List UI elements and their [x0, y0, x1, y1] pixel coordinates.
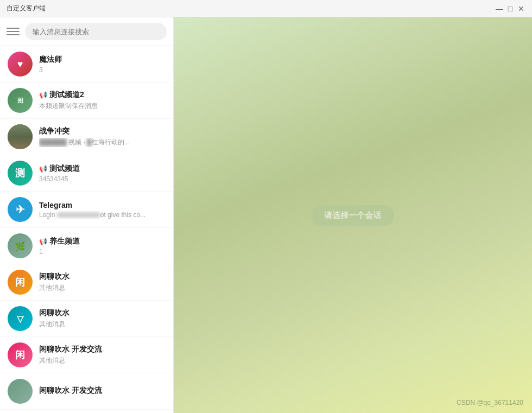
sidebar-header — [0, 17, 173, 46]
chat-name-text: 测试频道2 — [49, 90, 84, 100]
chat-info: 📢测试频道2 本频道限制保存消息 — [39, 90, 166, 111]
chat-info: 闲聊吹水 其他消息 — [39, 272, 166, 293]
chat-item[interactable]: 🌿 📢养生频道 1 — [0, 228, 173, 264]
chat-info: 闲聊吹水 开发交流 — [39, 386, 166, 397]
chat-name: 📢养生频道 — [39, 237, 166, 246]
minimize-button[interactable]: — — [495, 4, 504, 13]
chat-name-text: 养生频道 — [49, 237, 80, 246]
chat-info: 📢测试频道 34534345 — [39, 164, 166, 183]
chat-item[interactable]: ♥ 魔法师 3 — [0, 46, 173, 82]
right-panel: 请选择一个会话 CSDN @qq_36711420 — [174, 17, 532, 413]
close-button[interactable]: ✕ — [517, 4, 525, 13]
chat-preview: 34534345 — [39, 175, 166, 183]
chat-name-text: 测试频道 — [49, 164, 80, 174]
chat-name: 战争冲突 — [39, 126, 166, 136]
chat-name: 📢测试频道2 — [39, 90, 166, 100]
search-input[interactable] — [25, 23, 167, 40]
chat-info: 闲聊吹水 其他消息 — [39, 308, 166, 329]
chat-info: Telegram Login ot give this co... — [39, 201, 166, 219]
chat-info: 闲聊吹水 开发交流 其他消息 — [39, 345, 166, 365]
chat-name: 闲聊吹水 — [39, 272, 166, 282]
maximize-button[interactable]: □ — [506, 4, 515, 13]
watermark: CSDN @qq_36711420 — [457, 399, 523, 406]
chat-list: ♥ 魔法师 3 图 📢测试频道2 本频道限制保存消息 战争冲突 ██████ 视… — [0, 46, 173, 413]
chat-name-text: 闲聊吹水 — [39, 272, 69, 282]
chat-name: 闲聊吹水 开发交流 — [39, 345, 166, 354]
sidebar: ♥ 魔法师 3 图 📢测试频道2 本频道限制保存消息 战争冲突 ██████ 视… — [0, 17, 174, 413]
chat-preview: 1 — [39, 248, 166, 256]
chat-info: 战争冲突 ██████ 视频 · █红海行动的... — [39, 126, 166, 147]
chat-name-text: 战争冲突 — [39, 126, 69, 136]
chat-item[interactable]: ✈ Telegram Login ot give this co... — [0, 192, 173, 228]
chat-item[interactable]: 测 📢测试频道 34534345 — [0, 155, 173, 192]
chat-preview: Login ot give this co... — [39, 211, 166, 219]
chat-preview: 3 — [39, 66, 166, 74]
chat-name: 闲聊吹水 开发交流 — [39, 386, 166, 396]
title-bar-controls: — □ ✕ — [495, 4, 525, 13]
chat-item[interactable]: ▽ 闲聊吹水 其他消息 — [0, 301, 173, 337]
chat-name-text: 闲聊吹水 开发交流 — [39, 345, 102, 354]
chat-name: 魔法师 — [39, 55, 166, 65]
chat-name-text: 闲聊吹水 — [39, 308, 69, 318]
chat-name: 📢测试频道 — [39, 164, 166, 174]
chat-info: 📢养生频道 1 — [39, 237, 166, 256]
megaphone-icon: 📢 — [39, 238, 47, 245]
megaphone-icon: 📢 — [39, 165, 47, 173]
chat-item[interactable]: 闲 闲聊吹水 其他消息 — [0, 264, 173, 301]
chat-preview: 其他消息 — [39, 283, 166, 293]
chat-name: Telegram — [39, 201, 166, 209]
chat-info: 魔法师 3 — [39, 55, 166, 74]
chat-name-text: 魔法师 — [39, 55, 62, 65]
background: 请选择一个会话 CSDN @qq_36711420 — [174, 17, 532, 413]
title-bar-title: 自定义客户端 — [7, 4, 46, 13]
chat-preview: 本频道限制保存消息 — [39, 101, 166, 111]
chat-item[interactable]: 闲聊吹水 开发交流 — [0, 373, 173, 410]
chat-name-text: 闲聊吹水 开发交流 — [39, 386, 102, 396]
chat-item[interactable]: 图 📢测试频道2 本频道限制保存消息 — [0, 82, 173, 119]
chat-preview: 其他消息 — [39, 320, 166, 329]
select-chat-button[interactable]: 请选择一个会话 — [312, 205, 395, 226]
chat-preview: 其他消息 — [39, 356, 166, 365]
chat-name-text: Telegram — [39, 201, 72, 209]
chat-preview: ██████ 视频 · █红海行动的... — [39, 138, 166, 147]
chat-item[interactable]: 闲 闲聊吹水 开发交流 其他消息 — [0, 337, 173, 373]
menu-icon[interactable] — [7, 25, 20, 38]
title-bar: 自定义客户端 — □ ✕ — [0, 0, 532, 17]
megaphone-icon: 📢 — [39, 91, 47, 99]
chat-item[interactable]: 战争冲突 ██████ 视频 · █红海行动的... — [0, 119, 173, 155]
chat-name: 闲聊吹水 — [39, 308, 166, 318]
main-area: ♥ 魔法师 3 图 📢测试频道2 本频道限制保存消息 战争冲突 ██████ 视… — [0, 17, 532, 413]
title-bar-left: 自定义客户端 — [7, 4, 46, 13]
